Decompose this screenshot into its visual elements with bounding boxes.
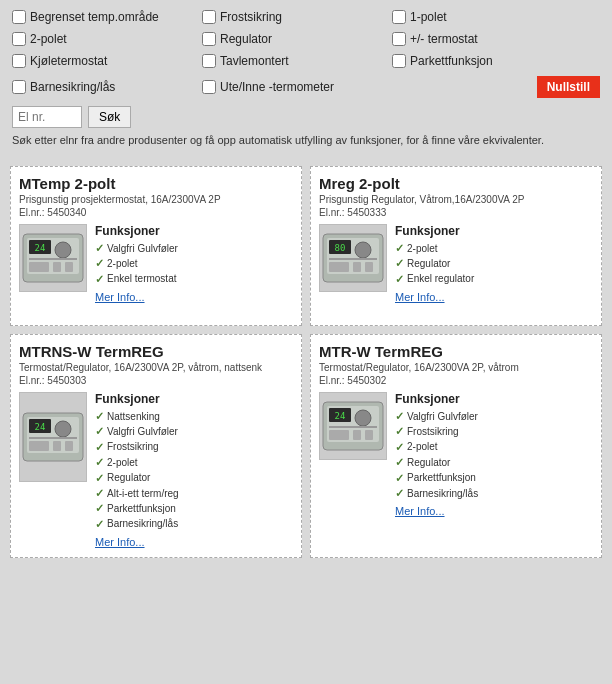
checkbox-begrenset[interactable]	[12, 10, 26, 24]
svg-rect-33	[329, 430, 349, 440]
checkbox-uteinne[interactable]	[202, 80, 216, 94]
checkbox-regulator[interactable]	[202, 32, 216, 46]
filter-row-3: Kjøletermostat Tavlemontert Parkettfunks…	[12, 54, 600, 68]
product-image-mtrw: 24	[319, 392, 387, 460]
filter-row-4-left: Barnesikring/lås Ute/Inne -termometer	[12, 80, 392, 94]
checkbox-kjoletermostat[interactable]	[12, 54, 26, 68]
svg-text:24: 24	[35, 422, 46, 432]
svg-rect-5	[29, 258, 77, 260]
list-item: ✓Valgfri Gulvføler	[395, 409, 593, 424]
search-input[interactable]	[12, 106, 82, 128]
features-title-mtrns: Funksjoner	[95, 392, 293, 406]
checkmark-icon: ✓	[95, 517, 104, 532]
checkbox-topolet[interactable]	[12, 32, 26, 46]
product-elno-mtemp: El.nr.: 5450340	[19, 207, 293, 218]
checkbox-frostsikring[interactable]	[202, 10, 216, 24]
list-item: ✓Enkel regulator	[395, 272, 593, 287]
svg-rect-17	[365, 262, 373, 272]
filter-barnesikring-label: Barnesikring/lås	[30, 80, 115, 94]
search-row: Søk	[12, 106, 600, 128]
filter-row-2: 2-polet Regulator +/- termostat	[12, 32, 600, 46]
product-header-mreg: Mreg 2-polt Prisgunstig Regulator, Våtro…	[319, 175, 593, 218]
filter-begrenset[interactable]: Begrenset temp.område	[12, 10, 202, 24]
filter-kjoletermostat-label: Kjøletermostat	[30, 54, 107, 68]
checkmark-icon: ✓	[395, 409, 404, 424]
list-item: ✓Barnesikring/lås	[95, 517, 293, 532]
checkmark-icon: ✓	[395, 256, 404, 271]
product-header-mtemp: MTemp 2-polt Prisgunstig prosjektermosta…	[19, 175, 293, 218]
mer-info-mtrns[interactable]: Mer Info...	[95, 536, 145, 548]
features-title-mtrw: Funksjoner	[395, 392, 593, 406]
filter-frostsikring[interactable]: Frostsikring	[202, 10, 392, 24]
checkmark-icon: ✓	[395, 455, 404, 470]
product-header-mtrns: MTRNS-W TermREG Termostat/Regulator, 16A…	[19, 343, 293, 386]
product-card-mtrw: MTR-W TermREG Termostat/Regulator, 16A/2…	[310, 334, 602, 558]
svg-text:24: 24	[35, 243, 46, 253]
filter-section: Begrenset temp.område Frostsikring 1-pol…	[0, 0, 612, 158]
list-item: ✓Alt-i-ett term/reg	[95, 486, 293, 501]
product-body-mtrw: 24 Funksjoner ✓Valgfri Gulvføler ✓Frosts…	[319, 392, 593, 518]
product-body-mtemp: 24 Funksjoner ✓Valgfri Gulvføler ✓2-pole…	[19, 224, 293, 304]
product-features-mtemp: Funksjoner ✓Valgfri Gulvføler ✓2-polet ✓…	[95, 224, 293, 304]
filter-topolet-label: 2-polet	[30, 32, 67, 46]
checkbox-enpolet[interactable]	[392, 10, 406, 24]
filter-plustermostat[interactable]: +/- termostat	[392, 32, 582, 46]
checkbox-tavlemontert[interactable]	[202, 54, 216, 68]
checkmark-icon: ✓	[95, 409, 104, 424]
list-item: ✓Valgfri Gulvføler	[95, 241, 293, 256]
list-item: ✓Barnesikring/lås	[395, 486, 593, 501]
filter-topolet[interactable]: 2-polet	[12, 32, 202, 46]
list-item: ✓Parkettfunksjon	[95, 501, 293, 516]
filter-enpolet-label: 1-polet	[410, 10, 447, 24]
filter-tavlemontert[interactable]: Tavlemontert	[202, 54, 392, 68]
mer-info-mreg[interactable]: Mer Info...	[395, 291, 445, 303]
product-image-mtemp: 24	[19, 224, 87, 292]
product-card-mtemp: MTemp 2-polt Prisgunstig prosjektermosta…	[10, 166, 302, 326]
product-features-mreg: Funksjoner ✓2-polet ✓Regulator ✓Enkel re…	[395, 224, 593, 304]
filter-plustermostat-label: +/- termostat	[410, 32, 478, 46]
list-item: ✓Valgfri Gulvføler	[95, 424, 293, 439]
search-button[interactable]: Søk	[88, 106, 131, 128]
list-item: ✓Regulator	[95, 471, 293, 486]
mer-info-mtrw[interactable]: Mer Info...	[395, 505, 445, 517]
features-title-mtemp: Funksjoner	[95, 224, 293, 238]
product-name-mreg: Mreg 2-polt	[319, 175, 593, 193]
filter-kjoletermostat[interactable]: Kjøletermostat	[12, 54, 202, 68]
product-desc-mtrw: Termostat/Regulator, 16A/2300VA 2P, våtr…	[319, 361, 593, 374]
svg-rect-35	[365, 430, 373, 440]
svg-rect-25	[53, 441, 61, 451]
list-item: ✓Frostsikring	[95, 440, 293, 455]
product-elno-mtrw: El.nr.: 5450302	[319, 375, 593, 386]
checkbox-barnesikring[interactable]	[12, 80, 26, 94]
svg-point-31	[355, 410, 371, 426]
filter-barnesikring[interactable]: Barnesikring/lås	[12, 80, 202, 94]
product-desc-mreg: Prisgunstig Regulator, Våtrom,16A/2300VA…	[319, 193, 593, 206]
filter-enpolet[interactable]: 1-polet	[392, 10, 582, 24]
svg-rect-26	[65, 441, 73, 451]
product-features-mtrw: Funksjoner ✓Valgfri Gulvføler ✓Frostsikr…	[395, 392, 593, 518]
product-image-mreg: 80	[319, 224, 387, 292]
filter-row-4: Barnesikring/lås Ute/Inne -termometer Nu…	[12, 76, 600, 98]
list-item: ✓2-polet	[395, 440, 593, 455]
product-card-mtrns: MTRNS-W TermREG Termostat/Regulator, 16A…	[10, 334, 302, 558]
filter-regulator-label: Regulator	[220, 32, 272, 46]
svg-rect-23	[29, 437, 77, 439]
mer-info-mtemp[interactable]: Mer Info...	[95, 291, 145, 303]
checkmark-icon: ✓	[395, 424, 404, 439]
svg-point-4	[55, 242, 71, 258]
checkmark-icon: ✓	[395, 486, 404, 501]
filter-frostsikring-label: Frostsikring	[220, 10, 282, 24]
nullstill-button[interactable]: Nullstill	[537, 76, 600, 98]
list-item: ✓Regulator	[395, 256, 593, 271]
product-name-mtemp: MTemp 2-polt	[19, 175, 293, 193]
filter-uteinne[interactable]: Ute/Inne -termometer	[202, 80, 392, 94]
product-header-mtrw: MTR-W TermREG Termostat/Regulator, 16A/2…	[319, 343, 593, 386]
filter-parkettfunksjon[interactable]: Parkettfunksjon	[392, 54, 582, 68]
svg-rect-16	[353, 262, 361, 272]
svg-point-22	[55, 421, 71, 437]
checkbox-plustermostat[interactable]	[392, 32, 406, 46]
checkbox-parkettfunksjon[interactable]	[392, 54, 406, 68]
list-item: ✓Nattsenking	[95, 409, 293, 424]
filter-regulator[interactable]: Regulator	[202, 32, 392, 46]
product-desc-mtrns: Termostat/Regulator, 16A/2300VA 2P, våtr…	[19, 361, 293, 374]
